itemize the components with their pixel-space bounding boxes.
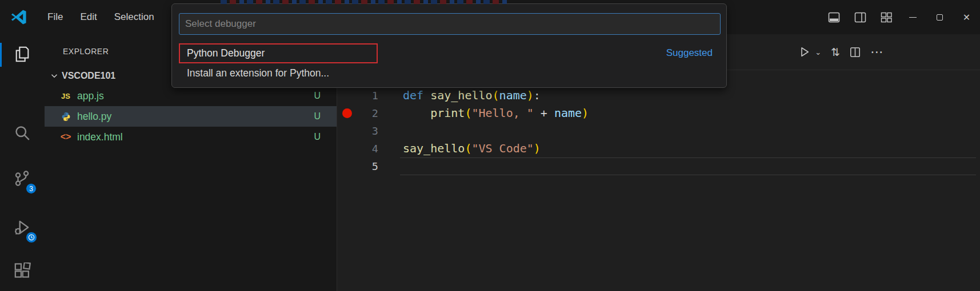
file-item-index.html[interactable]: <>index.htmlU	[45, 127, 337, 147]
activity-explorer-button[interactable]	[0, 40, 45, 68]
line-number[interactable]: 3	[357, 122, 378, 140]
file-item-hello.py[interactable]: hello.pyU	[45, 106, 337, 127]
python-icon	[61, 112, 71, 122]
play-icon	[799, 46, 810, 58]
extensions-icon	[14, 262, 31, 280]
glyph-margin[interactable]	[337, 104, 357, 122]
token-plain	[403, 106, 430, 120]
git-status-untracked-badge: U	[314, 111, 321, 122]
menu-bar: FileEditSelection	[39, 8, 163, 26]
token-function: say_hello	[403, 142, 465, 155]
clock-icon	[28, 234, 35, 241]
html-file-icon: <>	[59, 132, 72, 142]
code-text: say_hello("VS Code")	[403, 140, 541, 157]
glyph-margin[interactable]	[337, 157, 357, 175]
source-control-badge: 3	[26, 183, 37, 194]
file-name: index.html	[77, 131, 123, 143]
suggested-badge: Suggested	[666, 47, 713, 59]
activity-run-debug-button[interactable]	[0, 213, 45, 241]
quickpick-item-install-python-extension[interactable]: Install an extension for Python...	[175, 63, 724, 83]
glyph-margin[interactable]	[337, 140, 357, 157]
code-line-4[interactable]: 4say_hello("VS Code")	[337, 140, 980, 157]
activity-source-control-button[interactable]: 3	[0, 164, 45, 193]
file-list: JSapp.jsUhello.pyU<>index.htmlU	[45, 86, 337, 147]
debugger-search-input[interactable]	[179, 13, 721, 35]
git-status-untracked-badge: U	[314, 132, 321, 142]
file-name: app.js	[77, 90, 104, 102]
explorer-title: EXPLORER	[63, 47, 109, 56]
line-number[interactable]: 1	[357, 87, 378, 104]
chevron-down-icon	[49, 71, 59, 81]
code-text: print("Hello, " + name)	[403, 104, 589, 122]
token-string: "Hello, "	[471, 106, 533, 120]
code-area[interactable]: 1def say_hello(name):2 print("Hello, " +…	[337, 87, 980, 175]
toggle-panel-icon[interactable]	[821, 0, 847, 34]
vscode-logo-icon	[9, 7, 29, 27]
token-function: say_hello	[430, 88, 492, 102]
cropped-screenshot-artifact	[221, 0, 507, 4]
menu-selection[interactable]: Selection	[106, 8, 163, 26]
line-number[interactable]: 5	[357, 157, 378, 175]
token-variable: name	[499, 88, 527, 102]
titlebar-controls: ✕	[821, 0, 980, 34]
item-label: Install an extension for Python...	[187, 67, 329, 79]
file-name: hello.py	[77, 111, 111, 123]
debug-pending-badge	[26, 232, 37, 243]
breakpoint-dot[interactable]	[342, 108, 352, 118]
code-line-5[interactable]: 5	[337, 157, 980, 175]
search-icon	[14, 124, 31, 142]
customize-layout-icon[interactable]	[873, 0, 899, 34]
git-status-untracked-badge: U	[314, 91, 321, 101]
split-editor-icon	[850, 47, 861, 58]
close-button[interactable]: ✕	[953, 0, 980, 34]
more-actions-button[interactable]: ⋯	[870, 45, 884, 60]
menu-edit[interactable]: Edit	[71, 8, 105, 26]
maximize-icon	[937, 14, 943, 21]
token-plain	[423, 88, 430, 102]
run-python-file-button[interactable]	[799, 46, 810, 58]
line-number[interactable]: 2	[357, 104, 378, 122]
files-icon	[14, 46, 31, 63]
run-options-chevron-icon[interactable]: ⌄	[815, 48, 821, 56]
line-number[interactable]: 4	[357, 140, 378, 157]
select-debugger-quickpick: Python Debugger Suggested Install an ext…	[171, 3, 727, 88]
js-file-icon: JS	[59, 92, 72, 100]
token-plain: :	[534, 88, 541, 102]
maximize-button[interactable]	[926, 0, 953, 34]
active-view-indicator	[0, 43, 2, 67]
token-variable: name	[554, 106, 582, 120]
code-line-1[interactable]: 1def say_hello(name):	[337, 87, 980, 104]
artifact-stripe	[221, 0, 507, 4]
token-bracket: )	[527, 88, 534, 102]
token-bracket: (	[465, 142, 471, 155]
code-text: def say_hello(name):	[403, 87, 541, 104]
menu-file[interactable]: File	[39, 8, 71, 26]
file-item-app.js[interactable]: JSapp.jsU	[45, 86, 337, 106]
token-bracket: (	[493, 88, 499, 102]
quickpick-item-python-debugger[interactable]: Python Debugger Suggested	[175, 43, 724, 63]
python-file-icon	[59, 112, 72, 122]
token-keyword: def	[403, 88, 423, 102]
split-editor-button[interactable]	[850, 47, 861, 58]
folder-name: VSCODE101	[62, 71, 115, 81]
token-plain: +	[534, 106, 554, 120]
activity-search-button[interactable]	[0, 119, 45, 147]
editor-toolbar: ⌄ ⇅ ⋯	[799, 34, 884, 70]
token-function: print	[430, 106, 465, 120]
token-bracket: (	[465, 106, 471, 120]
token-string: "VS Code"	[471, 142, 533, 155]
close-icon: ✕	[963, 12, 970, 23]
token-bracket: )	[534, 142, 541, 155]
activity-bar: 3	[0, 34, 45, 291]
code-line-3[interactable]: 3	[337, 122, 980, 140]
item-label: Python Debugger	[187, 47, 265, 59]
glyph-margin[interactable]	[337, 122, 357, 140]
glyph-margin[interactable]	[337, 87, 357, 104]
token-bracket: )	[582, 106, 589, 120]
minimize-button[interactable]	[899, 0, 926, 34]
compare-changes-icon[interactable]: ⇅	[831, 46, 840, 59]
minimize-icon	[909, 17, 917, 18]
activity-extensions-button[interactable]	[0, 257, 45, 285]
code-line-2[interactable]: 2 print("Hello, " + name)	[337, 104, 980, 122]
toggle-secondary-sidebar-icon[interactable]	[847, 0, 873, 34]
